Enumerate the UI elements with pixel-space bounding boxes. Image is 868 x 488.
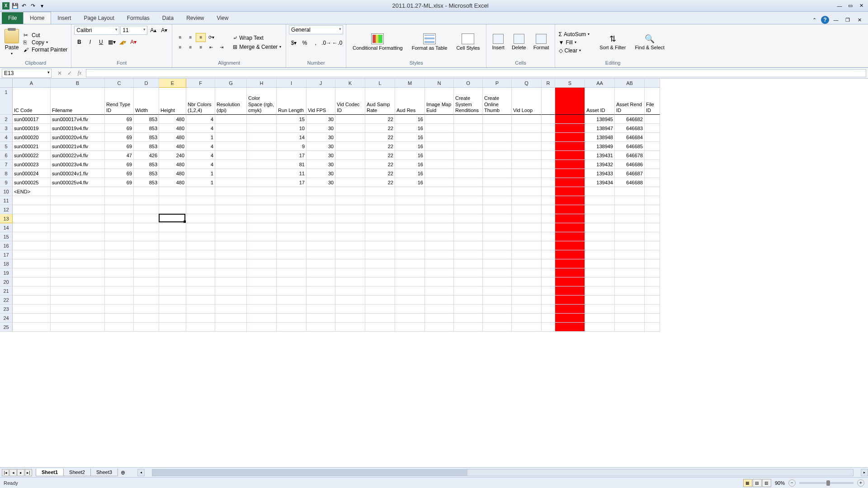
row-header-14[interactable]: 14 [0, 223, 13, 232]
cell-Q16[interactable] [512, 241, 542, 250]
cell-M19[interactable] [395, 268, 425, 277]
row-header-24[interactable]: 24 [0, 314, 13, 323]
header-cell-G[interactable]: Resolution (dpi) [215, 88, 247, 115]
cell-Q4[interactable] [512, 133, 542, 142]
cell-B5[interactable]: sun000021v4.flv [51, 142, 105, 151]
cell-AC19[interactable] [645, 268, 660, 277]
cell-P13[interactable] [483, 214, 512, 223]
cell-Q14[interactable] [512, 223, 542, 232]
cell-D20[interactable] [134, 277, 159, 286]
cell-E5[interactable]: 480 [159, 142, 186, 151]
cell-AA7[interactable]: 139432 [585, 160, 615, 169]
cell-S14[interactable] [555, 223, 585, 232]
cell-M7[interactable]: 16 [395, 160, 425, 169]
cell-M25[interactable] [395, 323, 425, 332]
col-header-L[interactable]: L [365, 79, 395, 88]
cell-Q3[interactable] [512, 124, 542, 133]
cell-AC9[interactable] [645, 178, 660, 187]
conditional-formatting-button[interactable]: Conditional Formatting [349, 32, 406, 53]
cell-O8[interactable] [454, 169, 483, 178]
cell-S7[interactable] [555, 160, 585, 169]
cell-C2[interactable]: 69 [105, 115, 134, 124]
cell-O14[interactable] [454, 223, 483, 232]
cell-A18[interactable] [13, 259, 51, 268]
shrink-font-icon[interactable]: A▾ [159, 25, 169, 35]
cell-N17[interactable] [425, 250, 454, 259]
align-bottom-icon[interactable]: ≡ [196, 33, 206, 42]
align-center-icon[interactable]: ≡ [185, 43, 195, 52]
cell-B8[interactable]: sun000024v1.flv [51, 169, 105, 178]
cell-C20[interactable] [105, 277, 134, 286]
sheet-nav-next-icon[interactable]: ▸ [17, 469, 24, 476]
row-header-21[interactable]: 21 [0, 286, 13, 296]
col-header-C[interactable]: C [105, 79, 134, 88]
merge-center-button[interactable]: ⊞Merge & Center▾ [231, 43, 283, 51]
cell-L15[interactable] [365, 232, 395, 241]
cell-S23[interactable] [555, 305, 585, 314]
cell-AC11[interactable] [645, 196, 660, 205]
cell-S17[interactable] [555, 250, 585, 259]
cell-O17[interactable] [454, 250, 483, 259]
cell-D24[interactable] [134, 314, 159, 323]
header-cell-K[interactable]: Vid Codec ID [335, 88, 365, 115]
cell-S18[interactable] [555, 259, 585, 268]
col-header-O[interactable]: O [454, 79, 483, 88]
cell-M8[interactable]: 16 [395, 169, 425, 178]
copy-button[interactable]: Copy▾ [24, 39, 67, 46]
cell-G18[interactable] [215, 259, 247, 268]
cell-E19[interactable] [159, 268, 186, 277]
cell-D7[interactable]: 853 [134, 160, 159, 169]
cell-R9[interactable] [542, 178, 555, 187]
help-icon[interactable]: ? [821, 16, 829, 24]
cell-AC17[interactable] [645, 250, 660, 259]
cell-D19[interactable] [134, 268, 159, 277]
col-header-R[interactable]: R [542, 79, 555, 88]
cell-D10[interactable] [134, 187, 159, 196]
cell-J10[interactable] [307, 187, 335, 196]
cell-P5[interactable] [483, 142, 512, 151]
cell-F2[interactable]: 4 [186, 115, 215, 124]
cell-J11[interactable] [307, 196, 335, 205]
cell-AB11[interactable] [615, 196, 645, 205]
cell-B9[interactable]: sun000025v4.flv [51, 178, 105, 187]
cell-AB25[interactable] [615, 323, 645, 332]
font-size-combo[interactable]: 11 [120, 26, 147, 35]
cell-Q25[interactable] [512, 323, 542, 332]
cell-Q18[interactable] [512, 259, 542, 268]
cell-R6[interactable] [542, 151, 555, 160]
col-header-E[interactable]: E [159, 79, 186, 88]
cell-O20[interactable] [454, 277, 483, 286]
cell-H3[interactable] [247, 124, 277, 133]
cell-M12[interactable] [395, 205, 425, 214]
cell-L3[interactable]: 22 [365, 124, 395, 133]
cell-E24[interactable] [159, 314, 186, 323]
col-header-AB[interactable]: AB [615, 79, 645, 88]
cell-D3[interactable]: 853 [134, 124, 159, 133]
cell-AC10[interactable] [645, 187, 660, 196]
cell-F4[interactable]: 1 [186, 133, 215, 142]
cell-N8[interactable] [425, 169, 454, 178]
cell-B20[interactable] [51, 277, 105, 286]
cell-C21[interactable] [105, 286, 134, 296]
cell-I21[interactable] [277, 286, 307, 296]
cell-H9[interactable] [247, 178, 277, 187]
enter-formula-icon[interactable]: ✓ [65, 69, 74, 77]
cell-J4[interactable]: 30 [307, 133, 335, 142]
cell-N16[interactable] [425, 241, 454, 250]
row-header-9[interactable]: 9 [0, 178, 13, 187]
col-header-M[interactable]: M [395, 79, 425, 88]
italic-button[interactable]: I [85, 37, 95, 47]
cell-S9[interactable] [555, 178, 585, 187]
header-cell-J[interactable]: Vid FPS [307, 88, 335, 115]
cell-J13[interactable] [307, 214, 335, 223]
hscroll-track[interactable] [152, 469, 854, 476]
cell-A16[interactable] [13, 241, 51, 250]
cell-G3[interactable] [215, 124, 247, 133]
cell-M16[interactable] [395, 241, 425, 250]
wrap-text-button[interactable]: ⤶Wrap Text [231, 34, 283, 42]
cell-AC7[interactable] [645, 160, 660, 169]
cell-G10[interactable] [215, 187, 247, 196]
row-header-4[interactable]: 4 [0, 133, 13, 142]
cell-B25[interactable] [51, 323, 105, 332]
tab-data[interactable]: Data [156, 12, 180, 24]
